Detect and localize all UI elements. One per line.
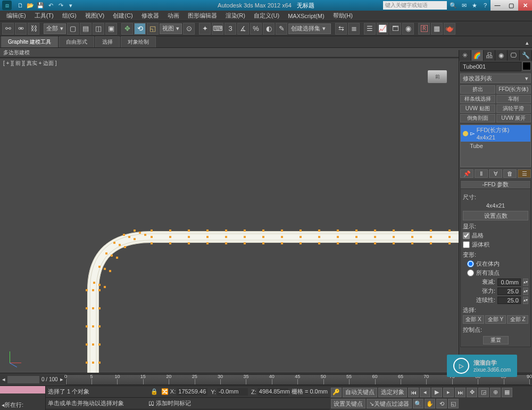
mod-btn-spline[interactable]: 样条线选择: [460, 95, 495, 103]
bulb-icon[interactable]: [463, 131, 468, 136]
qat-undo-icon[interactable]: ↶: [46, 1, 55, 10]
unique-icon[interactable]: ∀: [489, 169, 502, 178]
pivot-icon[interactable]: ⊙: [183, 23, 195, 35]
bind-icon[interactable]: ⛓: [28, 23, 39, 35]
rollout-header[interactable]: - FFD 参数: [461, 181, 530, 189]
tab-utilities-icon[interactable]: 🔧: [520, 50, 532, 61]
autokey-button[interactable]: 自动关键点: [343, 388, 377, 397]
tab-modify-icon[interactable]: 🌈: [471, 50, 484, 61]
minimize-button[interactable]: —: [491, 0, 504, 11]
named-selset-dropdown[interactable]: 创建选择集▾: [288, 23, 331, 34]
menu-group[interactable]: 组(G): [58, 12, 81, 20]
lattice-checkbox[interactable]: 晶格: [463, 232, 528, 240]
render-icon[interactable]: 🫖: [444, 23, 455, 35]
viewport[interactable]: [ + ][ 前 ][ 真实 + 边面 ] 前: [0, 59, 459, 373]
close-button[interactable]: ✕: [518, 0, 532, 11]
pin-stack-icon[interactable]: 📌: [460, 169, 473, 178]
selset-field[interactable]: 选定对象: [378, 388, 407, 397]
mod-btn-turbo[interactable]: 涡轮平滑: [496, 104, 531, 113]
selection-filter-dropdown[interactable]: 全部▾: [44, 23, 66, 34]
curve-editor-icon[interactable]: 📈: [377, 23, 388, 35]
keymode-icon[interactable]: ⌨: [212, 23, 223, 35]
window-crossing-icon[interactable]: ▣: [105, 23, 117, 35]
coord-x[interactable]: 🔀 X:175259.46: [161, 388, 207, 396]
nav-orbit-icon[interactable]: ⟲: [436, 399, 447, 408]
tab-display-icon[interactable]: 🖵: [508, 50, 520, 61]
schematic-icon[interactable]: 🗔: [389, 23, 401, 35]
select-region-icon[interactable]: ◫: [93, 23, 104, 35]
key-lock-icon[interactable]: 🔑: [331, 388, 342, 397]
menu-maxscript[interactable]: MAXScript(M): [284, 13, 328, 19]
nav-icon[interactable]: ▦: [502, 388, 512, 397]
tab-create-icon[interactable]: ✳: [459, 50, 471, 61]
tension-spinner[interactable]: 张力:25.0▴▾: [463, 287, 528, 295]
continuity-spinner[interactable]: 连续性:25.0▴▾: [463, 296, 528, 304]
remove-icon[interactable]: 🗑: [503, 169, 517, 178]
menu-customize[interactable]: 自定义(U): [250, 12, 284, 20]
menu-grapheditors[interactable]: 图形编辑器: [184, 12, 221, 20]
link-icon[interactable]: ⚯: [2, 23, 14, 35]
menu-tools[interactable]: 工具(T): [30, 12, 58, 20]
mod-btn-lathe[interactable]: 车削: [496, 95, 531, 103]
time-slider-handle[interactable]: [7, 376, 39, 383]
sel-all-x-button[interactable]: 全部 X: [463, 315, 484, 324]
sel-all-y-button[interactable]: 全部 Y: [485, 315, 506, 324]
timeline-arrow-right-icon[interactable]: ▸: [60, 376, 63, 383]
mirror-icon[interactable]: ⇆: [335, 23, 347, 35]
rotate-icon[interactable]: ⟲: [134, 23, 146, 35]
nav-icon[interactable]: ⊕: [490, 388, 501, 397]
help-search-input[interactable]: 键入关键字或短语: [383, 1, 447, 10]
qat-new-icon[interactable]: 🗋: [16, 1, 24, 10]
menu-help[interactable]: 帮助(H): [329, 12, 357, 20]
menu-modifiers[interactable]: 修改器: [137, 12, 163, 20]
ribbon-panel-label[interactable]: 多边形建模: [0, 48, 532, 58]
menu-edit[interactable]: 编辑(E): [2, 12, 30, 20]
set-points-button[interactable]: 设置点数: [463, 211, 528, 220]
sel-all-z-button[interactable]: 全部 Z: [507, 315, 528, 324]
edit-selset-icon[interactable]: ✎: [276, 23, 287, 35]
percent-snap-icon[interactable]: %: [250, 23, 262, 35]
goto-start-icon[interactable]: ⏮: [408, 388, 419, 397]
snap-toggle-icon[interactable]: 3: [225, 23, 236, 35]
tab-freeform[interactable]: 自由形式: [59, 36, 94, 47]
qat-redo-icon[interactable]: ↷: [56, 1, 65, 10]
favorites-icon[interactable]: ★: [470, 1, 479, 10]
prev-frame-icon[interactable]: ◂: [420, 388, 430, 397]
help-search-icon[interactable]: 🔍: [449, 1, 458, 10]
comm-center-icon[interactable]: ✉: [460, 1, 468, 10]
ref-coord-dropdown[interactable]: 视图▾: [160, 23, 182, 34]
deform-all-radio[interactable]: 所有顶点: [467, 269, 528, 277]
stack-item-ffd[interactable]: ▻ FFD(长方体) 4x4x21: [461, 125, 530, 142]
viewport-label[interactable]: [ + ][ 前 ][ 真实 + 边面 ]: [3, 60, 57, 67]
qat-save-icon[interactable]: 💾: [36, 1, 45, 10]
goto-end-icon[interactable]: ⏭: [455, 388, 466, 397]
nav-zoom-icon[interactable]: 🔍: [413, 399, 423, 408]
tab-paint[interactable]: 对象绘制: [121, 36, 156, 47]
falloff-spinner[interactable]: 衰减:0.0mm▴▾: [463, 278, 528, 286]
qat-dropdown-icon[interactable]: ▾: [66, 1, 75, 10]
app-logo-icon[interactable]: ⧇: [2, 1, 12, 10]
add-time-tag-button[interactable]: 🕮 添加时间标记: [148, 399, 191, 407]
play-icon[interactable]: ▶: [431, 388, 442, 397]
spinner-snap-icon[interactable]: ◐: [263, 23, 275, 35]
mod-btn-uvwmap[interactable]: UVW 贴图: [460, 104, 495, 113]
object-color-swatch[interactable]: [522, 62, 531, 70]
menu-animation[interactable]: 动画: [163, 12, 184, 20]
configure-icon[interactable]: ☰: [518, 169, 531, 178]
stack-item-tube[interactable]: Tube: [461, 142, 530, 150]
timeline-arrow-left-icon[interactable]: ◂: [2, 376, 5, 383]
tab-hierarchy-icon[interactable]: 品: [484, 50, 496, 61]
nav-icon[interactable]: ✥: [467, 388, 477, 397]
maximize-button[interactable]: ▢: [504, 0, 518, 11]
mod-btn-extrude[interactable]: 挤出: [460, 85, 495, 94]
scale-icon[interactable]: ◱: [147, 23, 159, 35]
manipulate-icon[interactable]: ✦: [199, 23, 211, 35]
coord-y[interactable]: Y:-0.0mm: [211, 388, 248, 396]
nav-icon[interactable]: ◲: [478, 388, 489, 397]
ribbon-collapse-icon[interactable]: ▴: [522, 38, 532, 47]
source-checkbox[interactable]: 源体积: [463, 241, 528, 249]
object-name-input[interactable]: Tube001: [460, 62, 521, 71]
render-setup-icon[interactable]: 🅁: [418, 23, 430, 35]
align-icon[interactable]: ≣: [348, 23, 360, 35]
menu-create[interactable]: 创建(C): [109, 12, 137, 20]
